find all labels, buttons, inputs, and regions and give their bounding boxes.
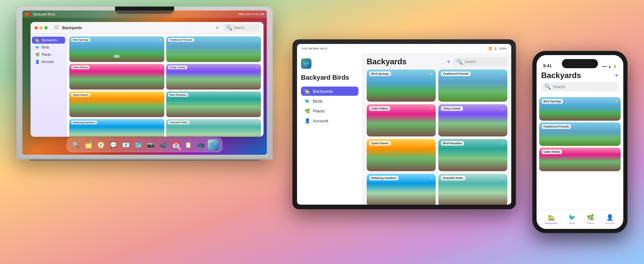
ipad-card-chirp-center[interactable]: Chirp Center ☆ <box>438 104 507 136</box>
iphone-search-bar[interactable]: 🔍 <box>541 82 619 91</box>
ipad-card-star-peaceful[interactable]: ☆ <box>501 176 505 180</box>
iphone-list-item-bird-springs[interactable]: Bird Springs ★ <box>539 97 621 121</box>
card-label-chirp-center: Chirp Center <box>168 66 187 69</box>
dock-backyard-birds[interactable]: 🐦 <box>208 139 219 151</box>
maximize-button[interactable] <box>44 26 48 30</box>
iphone-item-star-feathered[interactable]: ☆ <box>615 124 618 129</box>
mac-app-window: Backyards + 🔍 <box>31 22 264 137</box>
iphone-search-icon: 🔍 <box>544 84 551 90</box>
sidebar-item-birds[interactable]: 🐦 Birds <box>32 44 65 51</box>
ipad-add-button[interactable]: + <box>447 58 450 66</box>
dock-finder[interactable]: 🔍 <box>70 139 81 151</box>
ipad-card-star-bird-springs[interactable]: ★ <box>429 71 433 76</box>
card-star-chirp-center[interactable]: ☆ <box>256 66 259 69</box>
plants-icon: 🌿 <box>35 52 40 57</box>
ipad-card-star-bird-paradise[interactable]: ☆ <box>501 141 505 146</box>
ipad-card-star-quiet-haven[interactable]: ☆ <box>429 141 433 146</box>
iphone-tab-backyards[interactable]: 🏡 Backyards <box>543 213 560 226</box>
dock-photos[interactable]: 📷 <box>145 139 156 151</box>
ipad-plants-icon: 🌿 <box>304 108 310 113</box>
card-label-bird-paradise: Bird Paradise <box>168 93 189 97</box>
iphone-list-item-feathered-friends[interactable]: Feathered Friends ☆ <box>539 122 621 146</box>
ipad-card-bird-springs[interactable]: Bird Springs ★ <box>367 70 436 102</box>
ipad-card-star-calm-palms[interactable]: ☆ <box>429 106 433 111</box>
ipad-search-input[interactable] <box>465 60 504 64</box>
mac-card-feathered-friends[interactable]: Feathered Friends ☆ <box>166 36 261 62</box>
iphone-item-star-bird-springs[interactable]: ★ <box>615 99 618 103</box>
card-star-calm-palms[interactable]: ☆ <box>159 66 162 69</box>
card-star-bird-paradise[interactable]: ☆ <box>256 93 259 97</box>
ipad-battery: 100% <box>499 47 507 50</box>
ipad-sidebar-item-plants[interactable]: 🌿 Plants <box>301 106 358 115</box>
ipad-card-calm-palms[interactable]: Calm Palms ☆ <box>367 104 436 136</box>
dock-mail[interactable]: 📧 <box>120 139 131 151</box>
macbook-frame: 🍎 Backyard Birds Mon Jun 5 9:41 AM <box>16 7 273 159</box>
add-backyard-button[interactable]: + <box>214 24 221 31</box>
iphone-tabbar: 🏡 Backyards 🐦 Birds 🌿 Plants 👤 Account <box>537 209 623 229</box>
ipad-statusbar: 9:41 AM Mon Jun 5 📶 📡 100% <box>297 44 511 53</box>
card-star-quiet-haven[interactable]: ☆ <box>159 93 162 97</box>
iphone-item-star-calm-palms[interactable]: ☆ <box>615 150 618 154</box>
mac-search-bar[interactable]: 🔍 <box>223 24 260 31</box>
mac-card-peaceful-patio[interactable]: Peaceful Patio ☆ <box>166 119 261 137</box>
mac-search-input[interactable] <box>234 26 260 30</box>
ipad-sidebar-item-backyards[interactable]: 🏡 Backyards <box>301 87 358 96</box>
sidebar-toggle-button[interactable] <box>54 26 59 30</box>
mac-card-bird-paradise[interactable]: Bird Paradise ☆ <box>166 91 261 117</box>
iphone-add-button[interactable]: + <box>614 71 619 80</box>
ipad-card-star-relaxing[interactable]: ☆ <box>429 176 433 180</box>
dock-calendar[interactable]: 📅 5 <box>170 139 181 151</box>
ipad-card-bird-paradise[interactable]: Bird Paradise ☆ <box>438 139 507 171</box>
card-star-relaxing-gardens[interactable]: ☆ <box>159 121 162 124</box>
dock-appletv[interactable]: 📺 <box>195 139 206 151</box>
dock-maps[interactable]: 🗺️ <box>133 139 144 151</box>
toggle-line-2 <box>54 27 58 28</box>
search-icon: 🔍 <box>226 25 233 31</box>
ipad-card-star-chirp-center[interactable]: ☆ <box>501 106 505 111</box>
sidebar-item-backyards[interactable]: 🏡 Backyards <box>32 37 65 44</box>
backyards-icon: 🏡 <box>35 38 40 42</box>
iphone-tab-account[interactable]: 👤 Account <box>602 213 617 226</box>
mac-card-calm-palms[interactable]: Calm Palms ☆ <box>69 64 164 90</box>
iphone-list: Bird Springs ★ Feathered Friends ☆ Calm … <box>537 95 623 209</box>
ipad-card-quiet-haven[interactable]: Quiet Haven ☆ <box>367 139 436 171</box>
ipad-card-feathered-friends[interactable]: Feathered Friends ☆ <box>438 70 507 102</box>
close-button[interactable] <box>34 26 38 30</box>
card-star-bird-springs[interactable]: ★ <box>159 38 162 42</box>
ipad-card-label-relaxing: Relaxing Gardens <box>369 176 399 180</box>
ipad-sidebar-label-plants: Plants <box>313 109 325 113</box>
ipad-sidebar-item-account[interactable]: 👤 Account <box>301 116 358 125</box>
dock-reminders[interactable]: 📋 <box>183 139 194 151</box>
dock-facetime[interactable]: 📹 <box>158 139 169 151</box>
card-star-feathered-friends[interactable]: ☆ <box>256 38 259 42</box>
mac-card-quiet-haven[interactable]: Quiet Haven ☆ <box>69 91 164 117</box>
card-star-peaceful-patio[interactable]: ☆ <box>256 121 259 124</box>
ipad-card-star-feathered[interactable]: ☆ <box>501 71 505 76</box>
ipad-card-peaceful-patio[interactable]: Peaceful Patio ☆ <box>438 174 507 205</box>
ipad-card-relaxing-gardens[interactable]: Relaxing Gardens ☆ <box>367 174 436 205</box>
iphone-tab-birds-icon: 🐦 <box>568 214 576 221</box>
iphone-search-input[interactable] <box>553 85 615 89</box>
dock-messages[interactable]: 💬 <box>108 139 119 151</box>
macbook-base <box>22 155 267 159</box>
sidebar-item-plants[interactable]: 🌿 Plants <box>32 51 65 58</box>
iphone-tab-account-icon: 👤 <box>606 214 613 221</box>
iphone-header: Backyards + 🔍 <box>537 70 623 95</box>
birds-icon: 🐦 <box>35 45 40 50</box>
traffic-lights <box>34 26 48 30</box>
mac-card-bird-springs[interactable]: Bird Springs ★ <box>69 36 164 62</box>
mac-card-chirp-center[interactable]: Chirp Center ☆ <box>166 64 261 90</box>
dock-launchpad[interactable]: 🗂️ <box>83 139 94 151</box>
iphone-tab-plants[interactable]: 🌿 Plants <box>584 213 597 226</box>
dock-safari[interactable]: 🧭 <box>95 139 106 151</box>
sidebar-item-account[interactable]: 👤 Account <box>32 58 65 65</box>
mac-menu-app[interactable]: Backyard Birds <box>33 12 55 16</box>
iphone-tab-birds[interactable]: 🐦 Birds <box>566 213 578 226</box>
iphone-list-item-calm-palms[interactable]: Calm Palms ☆ <box>539 148 621 171</box>
mac-card-relaxing-gardens[interactable]: Relaxing Gardens ☆ <box>69 119 164 137</box>
ipad-sidebar-item-birds[interactable]: 🐦 Birds <box>301 96 358 106</box>
ipad-wifi-icon: 📡 <box>494 47 497 50</box>
sidebar-label-plants: Plants <box>42 53 51 56</box>
minimize-button[interactable] <box>39 26 43 30</box>
ipad-search-bar[interactable]: 🔍 <box>453 57 507 66</box>
